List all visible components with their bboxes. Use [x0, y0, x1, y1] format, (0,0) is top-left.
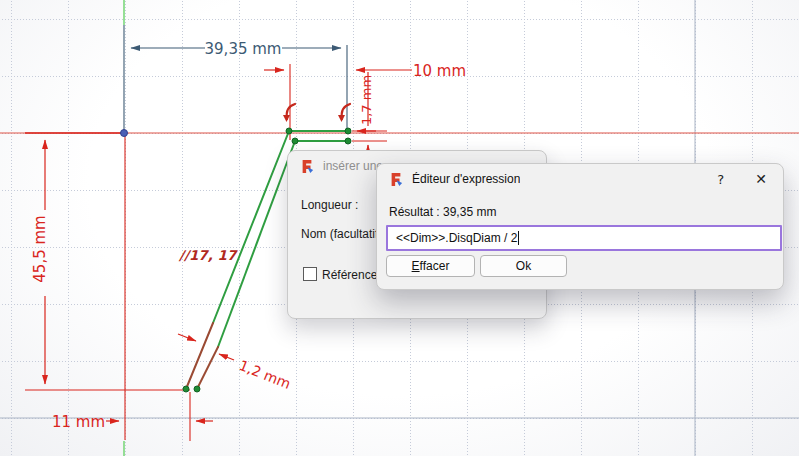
length-label: Longueur : — [301, 198, 358, 212]
clear-button[interactable]: Effacer — [386, 255, 475, 277]
freecad-icon — [300, 159, 314, 173]
origin-point[interactable] — [121, 130, 128, 137]
result-text: Résultat : 39,35 mm — [389, 205, 496, 219]
help-button[interactable]: ? — [713, 172, 728, 187]
insert-dialog-title: insérer une — [323, 159, 383, 173]
parallel-constraint-label[interactable]: //17, 17 — [178, 247, 238, 263]
close-button[interactable]: ✕ — [751, 171, 771, 187]
name-label: Nom (facultatif) — [301, 227, 382, 241]
ok-button[interactable]: Ok — [480, 255, 567, 277]
text-cursor — [518, 231, 519, 245]
dimension-bottom-offset-label[interactable]: 11 mm — [52, 413, 105, 431]
expression-dialog-titlebar[interactable]: Éditeur d'expression ? ✕ — [377, 164, 783, 194]
expression-input[interactable]: <<Dim>>.DisqDiam / 2 — [386, 225, 782, 251]
freecad-icon — [389, 172, 403, 186]
expression-value: <<Dim>>.DisqDiam / 2 — [396, 231, 517, 245]
expression-editor-dialog: Éditeur d'expression ? ✕ Résultat : 39,3… — [376, 163, 784, 290]
expression-dialog-title: Éditeur d'expression — [412, 172, 520, 186]
dimension-right-offset-label[interactable]: 10 mm — [413, 62, 466, 80]
freecad-sketch-view: 39,35 mm 10 mm 1,7 mm 45,5 mm — [0, 0, 799, 456]
dimension-left-height-label[interactable]: 45,5 mm — [31, 215, 49, 282]
dimension-top-width-label[interactable]: 39,35 mm — [205, 40, 282, 58]
dimension-small-height-label[interactable]: 1,7 mm — [359, 75, 374, 125]
reference-checkbox[interactable] — [303, 267, 317, 281]
reference-label: Référence — [322, 268, 377, 282]
